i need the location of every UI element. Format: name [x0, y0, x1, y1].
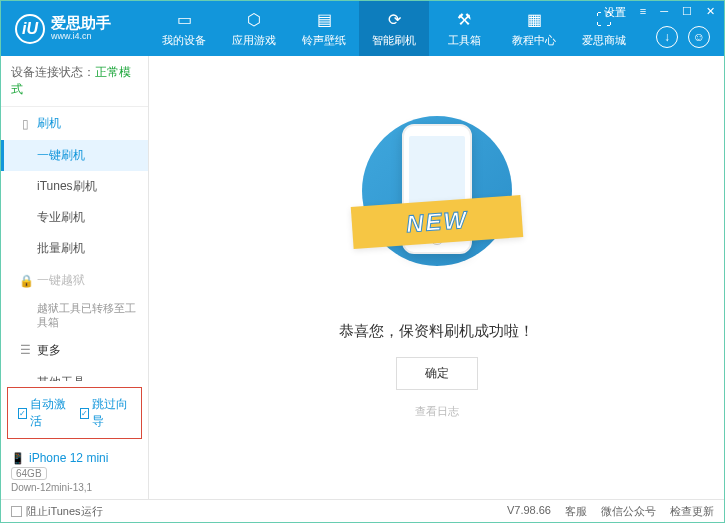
sidebar: 设备连接状态：正常模式 ▯ 刷机 一键刷机iTunes刷机专业刷机批量刷机 🔒 … [1, 56, 149, 499]
sidebar-item-flash-3[interactable]: 批量刷机 [1, 233, 148, 264]
nav-tab-label: 铃声壁纸 [302, 33, 346, 48]
menu-icon[interactable]: ≡ [637, 5, 649, 20]
nav-tab-2[interactable]: ▤铃声壁纸 [289, 1, 359, 56]
app-name: 爱思助手 [51, 15, 111, 32]
group-jailbreak-label: 一键越狱 [37, 272, 85, 289]
checkbox-icon: ✓ [80, 408, 89, 419]
nav-tab-4[interactable]: ⚒工具箱 [429, 1, 499, 56]
sidebar-item-more-0[interactable]: 其他工具 [1, 367, 148, 381]
checkbox-icon: ✓ [18, 408, 27, 419]
device-info-box[interactable]: iPhone 12 mini 64GB Down-12mini-13,1 [1, 445, 148, 499]
success-illustration: NEW [362, 106, 512, 296]
user-icon[interactable]: ☺ [688, 26, 710, 48]
nav-tab-label: 教程中心 [512, 33, 556, 48]
checkbox-skip-guide[interactable]: ✓ 跳过向导 [80, 396, 132, 430]
nav-tab-3[interactable]: ⟳智能刷机 [359, 1, 429, 56]
jailbreak-note: 越狱工具已转移至工具箱 [1, 297, 148, 334]
nav-tab-label: 工具箱 [448, 33, 481, 48]
version-label: V7.98.66 [507, 504, 551, 519]
device-meta: Down-12mini-13,1 [11, 482, 138, 493]
list-icon: ☰ [19, 343, 31, 357]
auto-activate-label: 自动激活 [30, 396, 69, 430]
sidebar-item-flash-2[interactable]: 专业刷机 [1, 202, 148, 233]
close-icon[interactable]: ✕ [703, 5, 718, 20]
nav-tab-1[interactable]: ⬡应用游戏 [219, 1, 289, 56]
confirm-button[interactable]: 确定 [396, 357, 478, 390]
nav-icon: ▭ [174, 10, 194, 30]
sidebar-group-flash[interactable]: ▯ 刷机 [1, 107, 148, 140]
app-header: iU 爱思助手 www.i4.cn ▭我的设备⬡应用游戏▤铃声壁纸⟳智能刷机⚒工… [1, 1, 724, 56]
nav-tab-label: 应用游戏 [232, 33, 276, 48]
footer-support[interactable]: 客服 [565, 504, 587, 519]
sidebar-item-flash-0[interactable]: 一键刷机 [1, 140, 148, 171]
connection-status: 设备连接状态：正常模式 [1, 56, 148, 107]
nav-icon: ⬡ [244, 10, 264, 30]
skip-guide-label: 跳过向导 [92, 396, 131, 430]
nav-tab-label: 智能刷机 [372, 33, 416, 48]
download-icon[interactable]: ↓ [656, 26, 678, 48]
minimize-icon[interactable]: ─ [657, 5, 671, 20]
nav-icon: ▦ [524, 10, 544, 30]
maximize-icon[interactable]: ☐ [679, 5, 695, 20]
sidebar-group-jailbreak[interactable]: 🔒 一键越狱 [1, 264, 148, 297]
window-controls: 设置 ≡ ─ ☐ ✕ [601, 5, 718, 20]
sidebar-group-more[interactable]: ☰ 更多 [1, 334, 148, 367]
device-name: iPhone 12 mini [11, 451, 138, 465]
group-flash-label: 刷机 [37, 115, 61, 132]
new-banner-text: NEW [405, 206, 469, 238]
sidebar-item-flash-1[interactable]: iTunes刷机 [1, 171, 148, 202]
group-more-label: 更多 [37, 342, 61, 359]
settings-label[interactable]: 设置 [601, 5, 629, 20]
logo-area: iU 爱思助手 www.i4.cn [1, 14, 149, 44]
checkbox-auto-activate[interactable]: ✓ 自动激活 [18, 396, 70, 430]
footer-check-update[interactable]: 检查更新 [670, 504, 714, 519]
option-checkbox-row: ✓ 自动激活 ✓ 跳过向导 [7, 387, 142, 439]
nav-tab-label: 爱思商城 [582, 33, 626, 48]
device-capacity: 64GB [11, 467, 47, 480]
nav-tab-0[interactable]: ▭我的设备 [149, 1, 219, 56]
app-logo-icon: iU [15, 14, 45, 44]
block-itunes-checkbox[interactable] [11, 506, 22, 517]
block-itunes-label: 阻止iTunes运行 [26, 504, 103, 519]
view-log-link[interactable]: 查看日志 [415, 404, 459, 419]
main-content: NEW 恭喜您，保资料刷机成功啦！ 确定 查看日志 [149, 56, 724, 499]
lock-icon: 🔒 [19, 274, 31, 288]
nav-icon: ▤ [314, 10, 334, 30]
footer-bar: 阻止iTunes运行 V7.98.66 客服 微信公众号 检查更新 [1, 499, 724, 523]
nav-icon: ⚒ [454, 10, 474, 30]
nav-tab-5[interactable]: ▦教程中心 [499, 1, 569, 56]
success-message: 恭喜您，保资料刷机成功啦！ [339, 322, 534, 341]
phone-icon: ▯ [19, 117, 31, 131]
app-url: www.i4.cn [51, 32, 111, 42]
nav-icon: ⟳ [384, 10, 404, 30]
nav-tab-label: 我的设备 [162, 33, 206, 48]
conn-label: 设备连接状态： [11, 65, 95, 79]
footer-wechat[interactable]: 微信公众号 [601, 504, 656, 519]
